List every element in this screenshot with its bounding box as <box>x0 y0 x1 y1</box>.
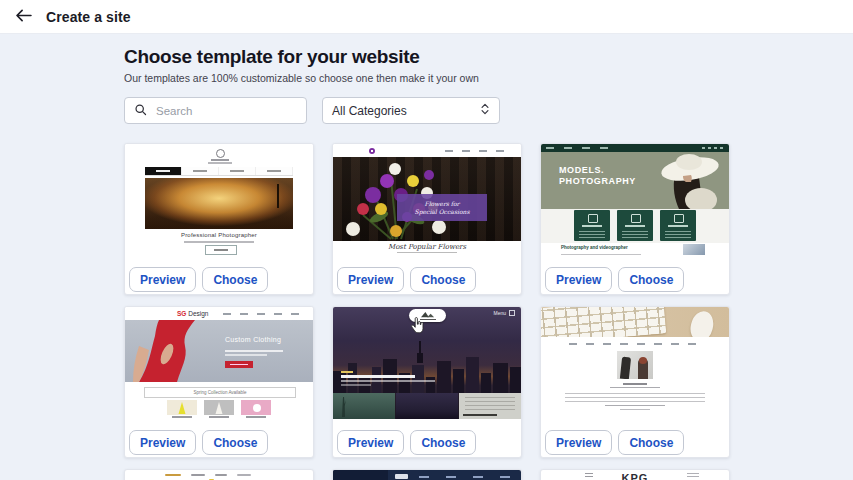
card-actions: Preview Choose <box>337 430 476 455</box>
category-dropdown[interactable]: All Categories <box>322 97 500 124</box>
template-card-professional-photographer: Professional Photographer Preview Choose <box>124 143 314 295</box>
product-photo <box>204 400 234 415</box>
preview-button[interactable]: Preview <box>545 267 612 292</box>
template-thumbnail-sg-design[interactable]: SG Design Custom Clothing Spring Collect… <box>125 307 313 419</box>
gallery-strip <box>333 393 521 419</box>
arrow-left-icon <box>15 8 32 26</box>
tulip-hero-photo: Flowers for Special Occasions <box>333 157 521 241</box>
chevron-up-down-icon <box>480 102 490 120</box>
choose-button[interactable]: Choose <box>618 430 684 455</box>
mini-nav <box>445 150 513 152</box>
card-actions: Preview Choose <box>545 430 684 455</box>
search-input[interactable] <box>154 104 312 118</box>
hero-title: Custom Clothing <box>225 336 281 343</box>
keyboard-banner-photo <box>541 307 729 337</box>
template-grid: Professional Photographer Preview Choose… <box>124 143 730 480</box>
mini-sidebar <box>333 470 388 480</box>
template-card-navy <box>332 469 522 480</box>
sg-design-logo: SG Design <box>177 310 208 317</box>
preview-button[interactable]: Preview <box>129 430 196 455</box>
template-thumbnail-city-night[interactable]: Menu <box>333 307 521 419</box>
template-thumbnail-tabbed[interactable] <box>125 470 313 480</box>
choose-button[interactable]: Choose <box>410 267 476 292</box>
product-photo <box>167 400 197 415</box>
preview-button[interactable]: Preview <box>545 430 612 455</box>
choose-button[interactable]: Choose <box>202 430 268 455</box>
mini-nav <box>541 144 729 152</box>
mini-section: Photography and videographer <box>541 243 729 256</box>
back-button[interactable] <box>12 6 34 28</box>
mini-logo-icon <box>216 149 225 158</box>
camera-icon <box>588 214 598 223</box>
topbar: Create a site <box>0 0 853 34</box>
statue-photo <box>333 393 395 419</box>
mini-nav <box>419 476 515 478</box>
mini-logo <box>395 474 408 479</box>
hero-banner: Flowers for Special Occasions <box>397 194 487 221</box>
feature-boxes <box>541 209 729 243</box>
template-card-floral-shop: ​ <box>332 143 522 295</box>
template-card-sg-design: SG Design Custom Clothing Spring Collect… <box>124 306 314 458</box>
template-thumbnail-kpg[interactable]: KPG <box>541 470 729 480</box>
feature-box <box>574 210 610 241</box>
template-thumbnail-floral-shop[interactable]: ​ <box>333 144 521 256</box>
night-sky-photo <box>396 393 458 419</box>
feature-box <box>617 210 653 241</box>
flower-icon <box>369 148 375 154</box>
product-photo <box>241 400 271 415</box>
mountains-icon <box>419 311 437 318</box>
template-thumbnail-navy[interactable] <box>333 470 521 480</box>
choose-button[interactable]: Choose <box>618 267 684 292</box>
preview-button[interactable]: Preview <box>337 430 404 455</box>
collection-strip: Spring Collection Available <box>144 387 296 398</box>
card-actions: Preview Choose <box>129 267 268 292</box>
feature-box <box>660 210 696 241</box>
product-thumbnails <box>125 400 313 415</box>
page-title: Create a site <box>46 9 131 25</box>
sketch-photo <box>459 393 521 419</box>
choose-button[interactable]: Choose <box>410 430 476 455</box>
mini-tabs <box>165 474 251 476</box>
template-thumbnail-models-photography[interactable]: MODELS. PHOTOGRAPHY Photography and vide… <box>541 144 729 256</box>
mini-header: ​ <box>333 144 521 157</box>
keyboard-illustration <box>541 307 666 337</box>
tower-spire <box>419 341 421 361</box>
template-card-tabbed <box>124 469 314 480</box>
template-thumbnail-professional-photographer[interactable]: Professional Photographer <box>125 144 313 256</box>
preview-button[interactable]: Preview <box>129 267 196 292</box>
models-hero: MODELS. PHOTOGRAPHY <box>541 152 729 209</box>
search-icon <box>134 102 147 120</box>
mini-footer: Most Popular Flowers <box>333 241 521 256</box>
photo-icon <box>631 214 641 223</box>
search-box[interactable] <box>124 97 307 124</box>
mouse-illustration <box>688 309 717 337</box>
section-subheading: Our templates are 100% customizable so c… <box>124 72 479 84</box>
kpg-logo: KPG <box>541 472 729 480</box>
mini-nav <box>145 167 293 176</box>
template-card-models-photography: MODELS. PHOTOGRAPHY Photography and vide… <box>540 143 730 295</box>
choose-button[interactable]: Choose <box>202 267 268 292</box>
sunset-field-photo <box>145 178 293 229</box>
template-card-minimal-studio: Preview Choose <box>540 306 730 458</box>
create-site-screen: Create a site Choose template for your w… <box>0 0 853 480</box>
video-icon <box>674 214 684 223</box>
mini-nav-right <box>687 473 699 478</box>
template-thumbnail-minimal-studio[interactable] <box>541 307 729 419</box>
hero-title: MODELS. PHOTOGRAPHY <box>559 165 636 187</box>
mini-button <box>205 245 237 255</box>
template-card-kpg: KPG <box>540 469 730 480</box>
mini-nav <box>569 343 701 345</box>
card-actions: Preview Choose <box>129 430 268 455</box>
mini-menu: Menu <box>493 310 515 316</box>
mini-site-title: Professional Photographer <box>125 232 313 238</box>
product-captions <box>125 416 313 418</box>
mini-nav <box>223 313 307 315</box>
site-logo-badge <box>409 309 446 322</box>
office-photo <box>617 351 653 379</box>
category-selected-value: All Categories <box>332 104 407 118</box>
city-skyline <box>333 355 521 393</box>
preview-button[interactable]: Preview <box>337 267 404 292</box>
floral-logo: ​ <box>369 148 378 154</box>
mini-header: SG Design <box>125 307 313 320</box>
mini-cta-button <box>225 361 253 368</box>
